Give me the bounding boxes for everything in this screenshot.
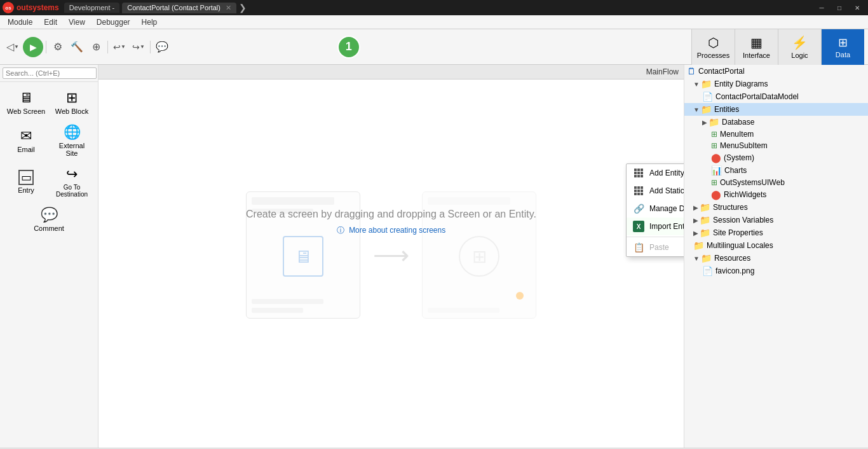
menu-debugger[interactable]: Debugger — [92, 17, 135, 28]
go-to-destination-icon: ↪ — [66, 166, 78, 183]
build-button[interactable]: 🔨 — [68, 38, 86, 56]
cm-paste: 📋 Paste Ctrl+V — [627, 238, 684, 256]
tab-interface[interactable]: ▦ Interface — [735, 29, 778, 65]
redo-button[interactable]: ↪ ▼ — [130, 38, 147, 56]
data-label: Data — [836, 51, 850, 59]
back-button[interactable]: ◁ ▼ — [4, 38, 22, 56]
tree-site-properties[interactable]: ▶ 📁 Site Properties — [684, 226, 868, 239]
tree-richwidgets[interactable]: ⬤ RichWidgets — [684, 188, 868, 201]
maximize-button[interactable]: □ — [831, 2, 848, 13]
tree-multilingual-locales[interactable]: 📁 Multilingual Locales — [684, 239, 868, 252]
richwidgets-label: RichWidgets — [724, 190, 766, 199]
external-site-label: External Site — [52, 142, 92, 157]
manage-dependencies-label: Manage Dependencies... — [649, 204, 684, 213]
session-variables-label: Session Variables — [713, 216, 773, 224]
interface-label: Interface — [743, 52, 770, 59]
tree-structures[interactable]: ▶ 📁 Structures — [684, 201, 868, 214]
chat-button[interactable]: 💬 — [153, 38, 171, 56]
entities-caret: ▼ — [693, 106, 700, 113]
menu-module[interactable]: Module — [3, 17, 37, 28]
menuitem-label: MenuItem — [720, 130, 754, 139]
toolbar: ◁ ▼ ▶ ⚙ 🔨 ⊕ ↩ ▼ ↪ ▼ 💬 1 ⬡ Processes ▦ In… — [0, 29, 868, 65]
menusubitem-label: MenuSubItem — [720, 141, 768, 150]
tree-menuitem[interactable]: ⊞ MenuItem — [684, 128, 868, 140]
widget-web-screen[interactable]: 🖥 Web Screen — [4, 86, 48, 119]
compare-icon: ⊕ — [92, 41, 100, 53]
tree-session-variables[interactable]: ▶ 📁 Session Variables — [684, 214, 868, 226]
web-screen-icon: 🖥 — [19, 90, 33, 106]
tab-data[interactable]: ⊞ Data — [821, 29, 864, 65]
more-about-link[interactable]: ⓘ More about creating screens — [337, 225, 445, 236]
undo-icon: ↩ — [113, 42, 121, 52]
tab-processes[interactable]: ⬡ Processes — [691, 29, 735, 65]
tab-dev-label: Development - — [69, 4, 115, 11]
titlebar: os outsystems Development - ContactPorta… — [0, 0, 868, 15]
tree-root[interactable]: 🗒 ContactPortal — [684, 65, 868, 78]
brand-label: outsystems — [17, 3, 59, 12]
tab-logic[interactable]: ⚡ Logic — [778, 29, 821, 65]
tree-outsystemsuiweb[interactable]: ⊞ OutSystemsUIWeb — [684, 177, 868, 188]
site-properties-folder-icon: 📁 — [700, 228, 710, 238]
tree-entity-diagrams[interactable]: ▼ 📁 Entity Diagrams — [684, 78, 868, 90]
tree-favicon[interactable]: 📄 favicon.png — [684, 265, 868, 277]
toolbar-sep-1 — [46, 41, 46, 53]
menu-help[interactable]: Help — [137, 17, 163, 28]
left-panel: ◀◀ 🖥 Web Screen ⊞ Web Block ✉ Email 🌐 Ex… — [0, 65, 98, 448]
entry-icon: ▭ — [18, 170, 34, 185]
cm-manage-dependencies[interactable]: 🔗 Manage Dependencies... Ctrl+Q — [627, 200, 684, 218]
tree-resources[interactable]: ▼ 📁 Resources — [684, 252, 868, 265]
external-site-icon: 🌐 — [64, 124, 81, 141]
multilingual-locales-label: Multilingual Locales — [707, 241, 773, 250]
tree-system[interactable]: ⬤ (System) — [684, 151, 868, 164]
tree-charts[interactable]: 📊 Charts — [684, 164, 868, 177]
widget-entry[interactable]: ▭ Entry — [4, 162, 48, 202]
search-input[interactable] — [3, 67, 97, 79]
close-button[interactable]: ✕ — [849, 2, 865, 13]
tab-close-icon[interactable]: ✕ — [226, 4, 231, 12]
menu-edit[interactable]: Edit — [39, 17, 62, 28]
tree-database[interactable]: ▶ 📁 Database — [684, 116, 868, 128]
favicon-icon: 📄 — [702, 266, 713, 276]
run-button[interactable]: ▶ — [23, 37, 43, 57]
web-block-label: Web Block — [55, 107, 88, 115]
paste-icon: 📋 — [633, 242, 644, 253]
run-icon: ▶ — [30, 42, 37, 52]
tree-contactportal-dm[interactable]: 📄 ContactPortalDataModel — [684, 90, 868, 103]
tree-menusubitem[interactable]: ⊞ MenuSubItem — [684, 140, 868, 151]
minimize-button[interactable]: ─ — [813, 2, 830, 13]
step-badge: 1 — [337, 36, 360, 59]
tree-entities[interactable]: ▼ 📁 Entities — [684, 103, 868, 116]
right-tabs: ⬡ Processes ▦ Interface ⚡ Logic ⊞ Data — [691, 29, 864, 65]
widget-go-to-destination[interactable]: ↪ Go To Destination — [50, 162, 94, 202]
cm-import-entities[interactable]: X Import Entities from Excel... — [627, 218, 684, 235]
entity-diagrams-caret: ▼ — [693, 81, 700, 88]
widget-grid: 🖥 Web Screen ⊞ Web Block ✉ Email 🌐 Exter… — [0, 82, 98, 240]
dm-icon: 📄 — [702, 92, 713, 102]
undo-button[interactable]: ↩ ▼ — [111, 38, 128, 56]
more-about-label: More about creating screens — [349, 226, 445, 235]
widget-email[interactable]: ✉ Email — [4, 120, 48, 161]
add-entity-label: Add Entity — [649, 169, 684, 177]
drop-hint: Create a screen by dragging and dropping… — [246, 209, 536, 220]
tab-portal[interactable]: ContactPortal (Contact Portal) ✕ — [122, 3, 236, 13]
cm-add-static-entity[interactable]: Add Static Entity — [627, 182, 684, 200]
processes-label: Processes — [697, 52, 729, 59]
resources-folder-icon: 📁 — [701, 253, 712, 263]
settings-icon: ⚙ — [53, 41, 62, 53]
add-entity-icon — [633, 167, 644, 179]
widget-web-block[interactable]: ⊞ Web Block — [50, 86, 94, 119]
widget-external-site[interactable]: 🌐 External Site — [50, 120, 94, 161]
settings-button[interactable]: ⚙ — [49, 38, 67, 56]
data-icon: ⊞ — [838, 36, 848, 50]
widget-comment[interactable]: 💬 Comment — [4, 203, 94, 236]
menu-view[interactable]: View — [64, 17, 90, 28]
manage-dependencies-icon: 🔗 — [633, 203, 644, 214]
cm-add-entity[interactable]: Add Entity Ctrl+N — [627, 164, 684, 182]
build-icon: 🔨 — [71, 41, 83, 53]
compare-button[interactable]: ⊕ — [87, 38, 105, 56]
info-icon: ⓘ — [337, 226, 344, 235]
tab-dev[interactable]: Development - — [64, 3, 120, 13]
tab-nav-icon[interactable]: ❯ — [239, 3, 247, 13]
add-static-entity-icon — [633, 185, 644, 197]
session-variables-caret: ▶ — [693, 217, 698, 224]
